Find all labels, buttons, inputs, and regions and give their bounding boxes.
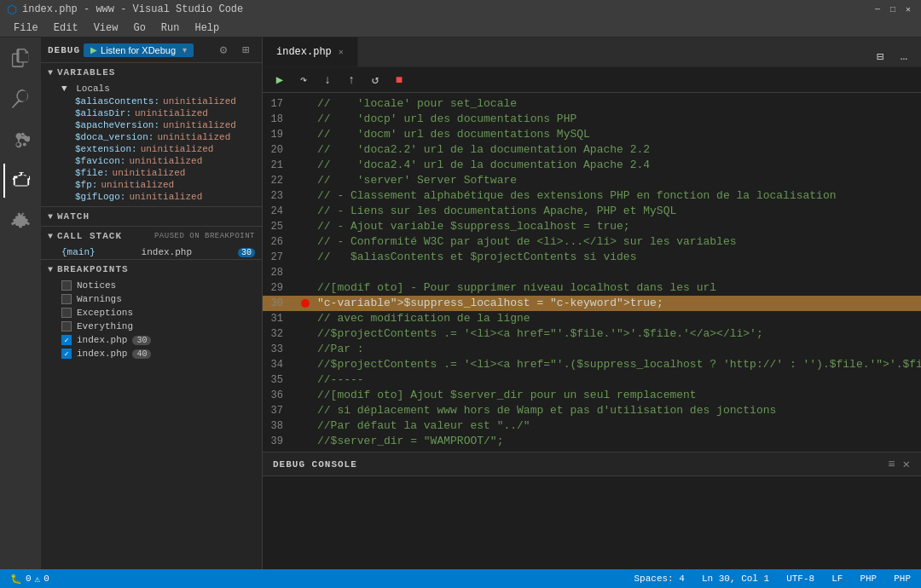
variables-chevron: ▼: [48, 68, 54, 78]
code-line[interactable]: 24// - Liens sur les documentations Apac…: [263, 204, 921, 219]
code-line[interactable]: 17// 'locale' pour set_locale: [263, 96, 921, 112]
code-line[interactable]: 38//Par défaut la valeur est "../": [263, 418, 921, 434]
line-breakpoint-indicator: [297, 326, 314, 342]
menu-view[interactable]: View: [87, 20, 125, 36]
status-bar: 🐛 0 ⚠ 0 Spaces: 4 Ln 30, Col 1 UTF-8 LF …: [0, 569, 921, 588]
callstack-header[interactable]: ▼ CALL STACK PAUSED ON BREAKPOINT: [41, 227, 262, 245]
variable-item[interactable]: $extension:uninitialized: [55, 143, 262, 155]
code-line[interactable]: 26// - Conformité W3C par ajout de <li>.…: [263, 234, 921, 250]
maximize-button[interactable]: □: [887, 3, 899, 15]
code-line[interactable]: 28: [263, 265, 921, 280]
code-line[interactable]: 27// $aliasContents et $projectContents …: [263, 250, 921, 265]
code-line[interactable]: 20// 'doca2.2' url de la documentation A…: [263, 142, 921, 158]
code-line[interactable]: 32//$projectContents .= '<li><a href="'.…: [263, 326, 921, 342]
line-content: //$projectContents .= '<li><a href="'.($…: [314, 357, 921, 372]
menu-run[interactable]: Run: [154, 20, 187, 36]
code-line[interactable]: 29//[modif oto] - Pour supprimer niveau …: [263, 280, 921, 296]
code-line[interactable]: 34//$projectContents .= '<li><a href="'.…: [263, 357, 921, 372]
breakpoint-checkbox[interactable]: [61, 294, 72, 304]
activity-debug[interactable]: [3, 164, 38, 198]
variables-header[interactable]: ▼ VARIABLES: [41, 63, 262, 82]
menu-go[interactable]: Go: [126, 20, 152, 36]
code-line[interactable]: 33//Par :: [263, 342, 921, 357]
code-line[interactable]: 30"c-variable">$suppress_localhost = "c-…: [263, 296, 921, 311]
line-number: 19: [263, 127, 297, 142]
line-number: 28: [263, 265, 297, 280]
variable-item[interactable]: $gifLogo:uninitialized: [55, 191, 262, 203]
debug-status[interactable]: 🐛 0 ⚠ 0: [7, 574, 53, 585]
breakpoint-item[interactable]: index.php40: [41, 347, 262, 360]
stop-button[interactable]: ■: [389, 70, 409, 90]
restart-button[interactable]: ↺: [365, 70, 385, 90]
breakpoint-item[interactable]: index.php30: [41, 333, 262, 347]
line-number: 21: [263, 158, 297, 173]
activity-explorer[interactable]: [3, 41, 38, 75]
listen-xdebug-button[interactable]: ▶ Listen for XDebug ▾: [84, 43, 194, 57]
variable-item[interactable]: $aliasDir:uninitialized: [55, 107, 262, 119]
more-actions-icon[interactable]: …: [894, 46, 914, 66]
settings-icon[interactable]: ⚙: [214, 41, 233, 60]
php-version[interactable]: PHP: [890, 574, 914, 584]
line-ending-indicator[interactable]: LF: [828, 574, 846, 584]
code-line[interactable]: 36//[modif oto] Ajout $server_dir pour u…: [263, 388, 921, 403]
grid-icon[interactable]: ⊞: [236, 41, 255, 60]
breakpoint-checkbox[interactable]: [61, 308, 72, 318]
close-button[interactable]: ✕: [902, 3, 914, 15]
line-number: 24: [263, 204, 297, 219]
breakpoint-item[interactable]: Everything: [41, 320, 262, 333]
code-line[interactable]: 21// 'doca2.4' url de la documentation A…: [263, 158, 921, 173]
watch-header[interactable]: ▼ WATCH: [41, 207, 262, 226]
step-out-button[interactable]: ↑: [341, 70, 362, 90]
breakpoint-item[interactable]: Warnings: [41, 292, 262, 306]
variable-item[interactable]: $aliasContents:uninitialized: [55, 95, 262, 107]
callstack-item[interactable]: {main}index.php30: [41, 245, 262, 259]
breakpoints-header[interactable]: ▼ BREAKPOINTS: [41, 260, 262, 279]
code-line[interactable]: 31// avec modification de la ligne: [263, 311, 921, 326]
step-into-button[interactable]: ↓: [317, 70, 338, 90]
breakpoint-item[interactable]: Notices: [41, 279, 262, 292]
debug-toolbar: DEBUG ▶ Listen for XDebug ▾ ⚙ ⊞: [41, 37, 262, 63]
breakpoint-checkbox[interactable]: [61, 321, 72, 331]
variable-item[interactable]: $favicon:uninitialized: [55, 155, 262, 167]
activity-extensions[interactable]: [3, 205, 38, 239]
code-line[interactable]: 39//$server_dir = "WAMPROOT/";: [263, 434, 921, 449]
spaces-indicator[interactable]: Spaces: 4: [631, 574, 688, 584]
code-line[interactable]: 35//-----: [263, 372, 921, 388]
code-editor[interactable]: 17// 'locale' pour set_locale18// 'docp'…: [263, 93, 921, 452]
language-indicator[interactable]: PHP: [856, 574, 880, 584]
variable-list: $aliasContents:uninitialized$aliasDir:un…: [55, 95, 262, 203]
variable-item[interactable]: $fp:uninitialized: [55, 179, 262, 191]
line-content: // 'doca2.2' url de la documentation Apa…: [314, 142, 921, 158]
variable-item[interactable]: $doca_version:uninitialized: [55, 131, 262, 143]
code-line[interactable]: 23// - Classement alphabétique des exten…: [263, 188, 921, 204]
locals-label[interactable]: ▼ Locals: [55, 82, 262, 95]
split-editor-icon[interactable]: ⊟: [870, 46, 890, 66]
activity-search[interactable]: [3, 82, 38, 116]
code-line[interactable]: 22// 'server' Server Software: [263, 173, 921, 188]
menu-edit[interactable]: Edit: [47, 20, 85, 36]
breakpoint-item[interactable]: Exceptions: [41, 306, 262, 320]
line-col-indicator[interactable]: Ln 30, Col 1: [698, 574, 773, 584]
console-filter-icon[interactable]: ≡: [888, 458, 895, 471]
breakpoint-checkbox[interactable]: [61, 349, 72, 359]
code-line[interactable]: 25// - Ajout variable $suppress_localhos…: [263, 219, 921, 234]
menu-file[interactable]: File: [7, 20, 45, 36]
menu-help[interactable]: Help: [188, 20, 226, 36]
editor-tab-index-php[interactable]: index.php ✕: [263, 37, 358, 66]
line-number: 29: [263, 280, 297, 296]
breakpoint-checkbox[interactable]: [61, 335, 72, 345]
code-line[interactable]: 37// si déplacement www hors de Wamp et …: [263, 403, 921, 418]
console-close-icon[interactable]: ✕: [903, 457, 911, 471]
continue-button[interactable]: ▶: [269, 70, 290, 90]
code-line[interactable]: 19// 'docm' url des documentations MySQL: [263, 127, 921, 142]
step-over-button[interactable]: ↷: [293, 70, 314, 90]
minimize-button[interactable]: ─: [872, 3, 883, 15]
code-line[interactable]: 18// 'docp' url des documentations PHP: [263, 112, 921, 127]
line-number: 18: [263, 112, 297, 127]
variable-item[interactable]: $file:uninitialized: [55, 167, 262, 179]
activity-git[interactable]: [3, 123, 38, 157]
breakpoint-checkbox[interactable]: [61, 280, 72, 291]
variable-item[interactable]: $apacheVersion:uninitialized: [55, 119, 262, 131]
encoding-indicator[interactable]: UTF-8: [783, 574, 818, 584]
tab-close-icon[interactable]: ✕: [339, 47, 344, 57]
